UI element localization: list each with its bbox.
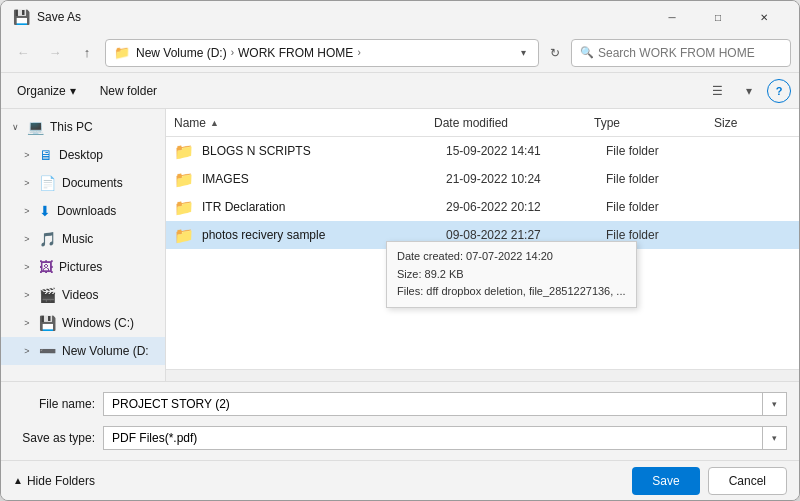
sidebar-item-this-pc[interactable]: ∨ 💻 This PC [1, 113, 165, 141]
new-volume-icon: ➖ [39, 343, 56, 359]
file-list-empty-area [166, 249, 799, 369]
sidebar: ∨ 💻 This PC > 🖥 Desktop > 📄 Documents > … [1, 109, 166, 381]
row-date: 29-06-2022 20:12 [446, 200, 606, 214]
title-bar: 💾 Save As ─ □ ✕ [1, 1, 799, 33]
hide-folders-arrow: ▲ [13, 475, 23, 486]
sidebar-label-downloads: Downloads [57, 204, 116, 218]
save-button[interactable]: Save [632, 467, 699, 495]
path-chevron: › [231, 47, 234, 58]
path-part-1: New Volume (D:) [136, 46, 227, 60]
row-name: photos recivery sample [202, 228, 446, 242]
back-button[interactable]: ← [9, 39, 37, 67]
windows-c-icon: 💾 [39, 315, 56, 331]
sidebar-item-music[interactable]: > 🎵 Music [1, 225, 165, 253]
organize-arrow: ▾ [70, 84, 76, 98]
sidebar-item-videos[interactable]: > 🎬 Videos [1, 281, 165, 309]
up-button[interactable]: ↑ [73, 39, 101, 67]
col-header-type[interactable]: Type [594, 116, 714, 130]
music-icon: 🎵 [39, 231, 56, 247]
organize-button[interactable]: Organize ▾ [9, 78, 84, 104]
row-type: File folder [606, 172, 726, 186]
desktop-icon: 🖥 [39, 147, 53, 163]
main-content: ∨ 💻 This PC > 🖥 Desktop > 📄 Documents > … [1, 109, 799, 381]
toolbar: Organize ▾ New folder ☰ ▾ ? [1, 73, 799, 109]
organize-label: Organize [17, 84, 66, 98]
new-folder-button[interactable]: New folder [92, 78, 165, 104]
col-name-label: Name [174, 116, 206, 130]
sidebar-item-downloads[interactable]: > ⬇ Downloads [1, 197, 165, 225]
horizontal-scrollbar[interactable] [166, 369, 799, 381]
savetype-label: Save as type: [13, 431, 103, 445]
row-name: IMAGES [202, 172, 446, 186]
address-path: New Volume (D:) › WORK FROM HOME › [136, 46, 361, 60]
search-input[interactable] [598, 46, 782, 60]
row-type: File folder [606, 228, 726, 242]
hide-folders-label: Hide Folders [27, 474, 95, 488]
toolbar-right: ☰ ▾ ? [703, 78, 791, 104]
expand-arrow-videos: > [21, 290, 33, 300]
new-folder-label: New folder [100, 84, 157, 98]
sidebar-item-documents[interactable]: > 📄 Documents [1, 169, 165, 197]
row-date: 09-08-2022 21:27 [446, 228, 606, 242]
folder-icon: 📁 [174, 198, 194, 217]
maximize-button[interactable]: □ [695, 1, 741, 33]
savetype-dropdown-button[interactable]: ▾ [763, 426, 787, 450]
table-row[interactable]: 📁 photos recivery sample 09-08-2022 21:2… [166, 221, 799, 249]
expand-arrow-music: > [21, 234, 33, 244]
row-type: File folder [606, 144, 726, 158]
table-row[interactable]: 📁 ITR Declaration 29-06-2022 20:12 File … [166, 193, 799, 221]
table-row[interactable]: 📁 IMAGES 21-09-2022 10:24 File folder [166, 165, 799, 193]
filename-label: File name: [13, 397, 103, 411]
close-button[interactable]: ✕ [741, 1, 787, 33]
file-list: Name ▲ Date modified Type Size 📁 BLOGS N… [166, 109, 799, 381]
row-name: BLOGS N SCRIPTS [202, 144, 446, 158]
filename-dropdown-button[interactable]: ▾ [763, 392, 787, 416]
sidebar-label-pictures: Pictures [59, 260, 102, 274]
refresh-button[interactable]: ↻ [543, 41, 567, 65]
forward-button[interactable]: → [41, 39, 69, 67]
help-button[interactable]: ? [767, 79, 791, 103]
sidebar-item-windows-c[interactable]: > 💾 Windows (C:) [1, 309, 165, 337]
savetype-input[interactable] [103, 426, 763, 450]
search-box: 🔍 [571, 39, 791, 67]
address-bar[interactable]: 📁 New Volume (D:) › WORK FROM HOME › ▾ [105, 39, 539, 67]
col-header-name[interactable]: Name ▲ [174, 116, 434, 130]
dialog-window: 💾 Save As ─ □ ✕ ← → ↑ 📁 New Volume (D:) … [0, 0, 800, 501]
title-bar-icon: 💾 [13, 9, 29, 25]
minimize-button[interactable]: ─ [649, 1, 695, 33]
expand-arrow-downloads: > [21, 206, 33, 216]
expand-arrow-pictures: > [21, 262, 33, 272]
folder-icon: 📁 [174, 170, 194, 189]
filename-input[interactable] [103, 392, 763, 416]
filename-row: File name: ▾ [13, 390, 787, 418]
address-folder-icon: 📁 [114, 45, 130, 60]
expand-arrow-desktop: > [21, 150, 33, 160]
table-row[interactable]: 📁 BLOGS N SCRIPTS 15-09-2022 14:41 File … [166, 137, 799, 165]
path-part-2: WORK FROM HOME [238, 46, 353, 60]
bottom-panel: File name: ▾ Save as type: ▾ [1, 381, 799, 460]
documents-icon: 📄 [39, 175, 56, 191]
row-date: 15-09-2022 14:41 [446, 144, 606, 158]
expand-arrow-windows: > [21, 318, 33, 328]
sort-arrow-name: ▲ [210, 118, 219, 128]
sidebar-item-desktop[interactable]: > 🖥 Desktop [1, 141, 165, 169]
address-dropdown-icon[interactable]: ▾ [517, 47, 530, 58]
sidebar-item-pictures[interactable]: > 🖼 Pictures [1, 253, 165, 281]
videos-icon: 🎬 [39, 287, 56, 303]
col-header-date[interactable]: Date modified [434, 116, 594, 130]
file-list-header: Name ▲ Date modified Type Size [166, 109, 799, 137]
pc-icon: 💻 [27, 119, 44, 135]
view-dropdown-button[interactable]: ▾ [735, 78, 763, 104]
view-list-button[interactable]: ☰ [703, 78, 731, 104]
search-icon: 🔍 [580, 46, 594, 59]
title-bar-text: Save As [37, 10, 649, 24]
col-header-size[interactable]: Size [714, 116, 791, 130]
row-date: 21-09-2022 10:24 [446, 172, 606, 186]
savetype-row: Save as type: ▾ [13, 424, 787, 452]
folder-icon: 📁 [174, 226, 194, 245]
sidebar-label-pc: This PC [50, 120, 93, 134]
folder-icon: 📁 [174, 142, 194, 161]
hide-folders-toggle[interactable]: ▲ Hide Folders [13, 474, 95, 488]
sidebar-item-new-volume[interactable]: > ➖ New Volume (D: [1, 337, 165, 365]
cancel-button[interactable]: Cancel [708, 467, 787, 495]
